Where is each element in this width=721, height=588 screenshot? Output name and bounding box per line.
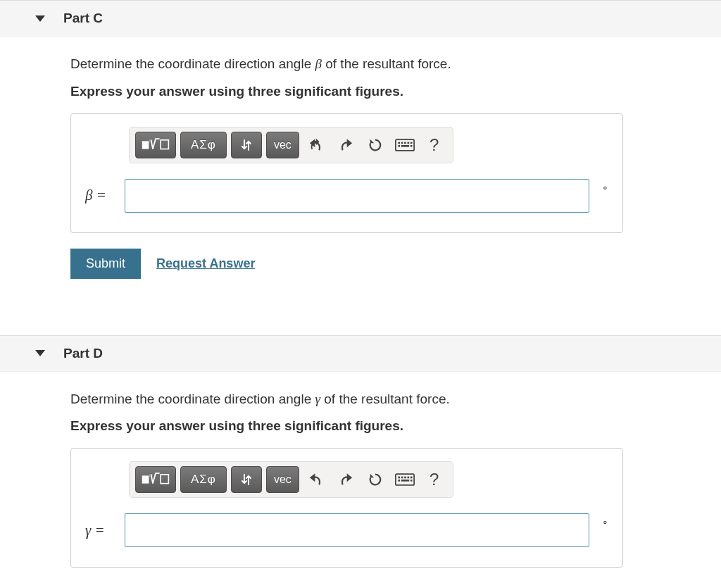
part-d-body: Determine the coordinate direction angle… — [0, 372, 721, 588]
question-variable: γ — [315, 392, 320, 406]
template-button[interactable]: □ — [135, 466, 176, 493]
svg-rect-22 — [401, 480, 409, 482]
greek-symbols-button[interactable]: ΑΣφ — [180, 466, 227, 493]
svg-rect-9 — [398, 145, 400, 147]
part-d-answer-box: □ ΑΣφ vec — [70, 448, 623, 568]
equation-toolbar: □ ΑΣφ vec — [129, 127, 453, 163]
undo-button[interactable] — [303, 466, 329, 493]
part-c-instruction: Express your answer using three signific… — [70, 84, 721, 99]
svg-rect-19 — [407, 477, 409, 479]
help-button[interactable]: ? — [422, 466, 447, 493]
svg-rect-17 — [401, 477, 403, 479]
redo-button[interactable] — [333, 466, 358, 493]
svg-rect-0 — [142, 141, 149, 149]
svg-rect-16 — [398, 477, 400, 479]
svg-rect-10 — [401, 145, 409, 147]
reset-icon — [368, 137, 383, 153]
svg-rect-14 — [161, 475, 168, 484]
greek-symbols-button[interactable]: ΑΣφ — [180, 132, 227, 158]
sub-sup-icon — [239, 137, 254, 153]
keyboard-icon — [395, 473, 415, 486]
svg-rect-18 — [404, 477, 406, 479]
submit-button[interactable]: Submit — [70, 249, 141, 279]
reset-button[interactable] — [363, 466, 388, 493]
part-d-answer-input[interactable] — [125, 513, 589, 547]
help-button[interactable]: ? — [422, 132, 447, 158]
keyboard-button[interactable] — [392, 132, 418, 158]
vector-button[interactable]: vec — [266, 466, 299, 493]
unit-label: ∘ — [602, 182, 608, 193]
question-variable: β — [315, 56, 321, 71]
template-button[interactable]: □ — [135, 132, 176, 158]
page-container: Part C Determine the coordinate directio… — [0, 0, 721, 588]
redo-button[interactable] — [333, 132, 358, 158]
svg-rect-20 — [410, 477, 413, 479]
sub-sup-icon — [239, 472, 254, 487]
question-text-post: of the resultant force. — [322, 56, 451, 71]
part-c-actions: Submit Request Answer — [70, 249, 721, 279]
template-icon: □ — [142, 470, 170, 489]
svg-rect-4 — [398, 142, 400, 144]
part-c-header[interactable]: Part C — [0, 0, 721, 37]
part-c-body: Determine the coordinate direction angle… — [0, 37, 721, 307]
request-answer-link[interactable]: Request Answer — [156, 256, 255, 271]
redo-icon — [338, 472, 353, 487]
svg-rect-6 — [404, 142, 406, 144]
question-text-pre: Determine the coordinate direction angle — [70, 56, 315, 71]
part-d-question: Determine the coordinate direction angle… — [70, 390, 721, 409]
question-text-post: of the resultant force. — [320, 392, 450, 406]
part-c-answer-box: □ ΑΣφ vec — [70, 113, 623, 233]
redo-icon — [338, 137, 353, 153]
svg-rect-11 — [410, 145, 413, 147]
variable-label: γ = — [85, 522, 116, 539]
keyboard-button[interactable] — [392, 466, 418, 493]
unit-label: ∘ — [602, 516, 608, 527]
undo-button[interactable] — [303, 132, 329, 158]
variable-label: β = — [85, 187, 116, 204]
subscript-superscript-button[interactable] — [231, 466, 262, 493]
svg-rect-5 — [401, 142, 403, 144]
part-d-title: Part D — [63, 346, 103, 361]
svg-rect-7 — [407, 142, 409, 144]
undo-icon — [308, 472, 324, 487]
part-c-question: Determine the coordinate direction angle… — [70, 55, 721, 74]
chevron-down-icon — [35, 350, 45, 356]
svg-rect-12 — [142, 476, 149, 484]
svg-rect-2 — [161, 139, 168, 149]
chevron-down-icon — [35, 15, 45, 22]
part-c-answer-input[interactable] — [125, 179, 589, 213]
reset-icon — [368, 472, 383, 487]
undo-icon — [308, 137, 324, 153]
svg-rect-23 — [410, 480, 413, 482]
vector-button[interactable]: vec — [266, 132, 299, 158]
reset-button[interactable] — [363, 132, 388, 158]
part-d-instruction: Express your answer using three signific… — [70, 418, 721, 434]
svg-rect-21 — [398, 480, 400, 482]
part-d-input-row: γ = ∘ — [85, 513, 608, 547]
keyboard-icon — [395, 139, 415, 151]
template-icon: □ — [142, 136, 170, 154]
svg-rect-8 — [410, 142, 413, 144]
part-c-title: Part C — [63, 11, 103, 26]
question-text-pre: Determine the coordinate direction angle — [70, 392, 315, 406]
part-d-header[interactable]: Part D — [0, 335, 721, 372]
equation-toolbar: □ ΑΣφ vec — [129, 461, 453, 498]
subscript-superscript-button[interactable] — [231, 132, 262, 158]
part-c-input-row: β = ∘ — [85, 179, 608, 213]
